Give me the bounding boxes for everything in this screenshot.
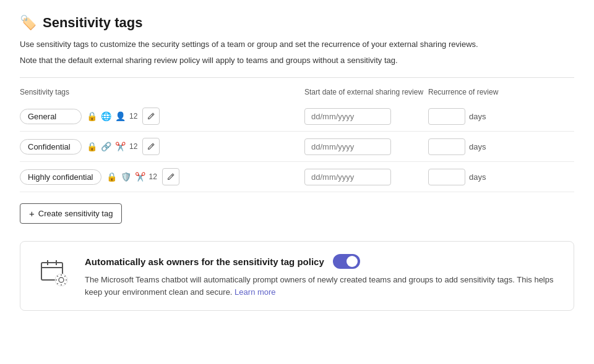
date-input-confidential[interactable] [304, 138, 391, 155]
auto-ask-card: Automatically ask owners for the sensiti… [20, 241, 574, 311]
description-1: Use sensitivity tags to customize the se… [20, 38, 574, 51]
svg-line-11 [64, 283, 65, 284]
tag-pill-general: General [20, 109, 82, 124]
description-2: Note that the default external sharing r… [20, 54, 574, 67]
date-col-confidential [304, 138, 428, 155]
tag-pill-confidential: Confidential [20, 139, 82, 154]
tag-left-general: General 🔒 🌐 👤 12 [20, 108, 304, 125]
tag-left-highly-confidential: Highly confidential 🔒 🛡️ ✂️ 12 [20, 168, 304, 185]
page-header: 🏷️ Sensitivity tags [20, 15, 574, 31]
days-label-confidential: days [469, 142, 486, 151]
svg-line-12 [64, 276, 65, 276]
lock-icon: 🔒 [87, 142, 97, 151]
date-input-highly-confidential[interactable] [304, 169, 391, 185]
recurrence-col-highly-confidential: 90 days [428, 169, 527, 185]
tag-icons-general: 🔒 🌐 👤 12 [87, 111, 137, 121]
card-content: Automatically ask owners for the sensiti… [85, 254, 559, 298]
page-title: Sensitivity tags [43, 15, 142, 31]
days-label-general: days [469, 112, 486, 121]
edit-button-highly-confidential[interactable] [162, 168, 179, 185]
edit-icon [147, 112, 155, 121]
tag-left-confidential: Confidential 🔒 🔗 ✂️ 12 [20, 138, 304, 155]
recurrence-input-highly-confidential[interactable]: 90 [428, 169, 465, 185]
learn-more-link[interactable]: Learn more [235, 287, 275, 297]
tag-name-general: General [28, 112, 56, 121]
tag-row: Highly confidential 🔒 🛡️ ✂️ 12 90 days [20, 162, 574, 192]
edit-button-confidential[interactable] [142, 138, 160, 155]
lock-icon: 🔒 [106, 172, 117, 182]
tag-name-confidential: Confidential [28, 142, 71, 151]
globe-icon: 🌐 [101, 111, 111, 121]
lock-icon: 🔒 [87, 111, 97, 121]
card-title-row: Automatically ask owners for the sensiti… [85, 254, 559, 269]
tag-pill-highly-confidential: Highly confidential [20, 169, 101, 185]
tag-row: Confidential 🔒 🔗 ✂️ 12 90 days [20, 132, 574, 162]
cut-icon: ✂️ [135, 172, 145, 182]
plus-icon: + [29, 208, 35, 219]
auto-ask-toggle[interactable] [333, 254, 360, 269]
date-col-highly-confidential [304, 169, 428, 185]
col-tag-header: Sensitivity tags [20, 88, 304, 96]
svg-line-13 [57, 283, 58, 284]
create-sensitivity-tag-button[interactable]: + Create sensitivity tag [20, 203, 122, 224]
tag-count-highly-confidential: 12 [149, 172, 157, 181]
tag-icons-confidential: 🔒 🔗 ✂️ 12 [87, 142, 137, 151]
recurrence-col-confidential: 90 days [428, 138, 527, 155]
shield-icon: 🛡️ [121, 172, 131, 182]
edit-icon [147, 142, 155, 151]
recurrence-col-general: 90 days [428, 108, 527, 125]
tag-name-highly-confidential: Highly confidential [28, 172, 93, 182]
days-label-highly-confidential: days [469, 172, 486, 182]
divider [20, 77, 574, 78]
svg-line-10 [57, 276, 58, 276]
person-icon: 👤 [115, 111, 126, 121]
sensitivity-tags-icon: 🏷️ [20, 15, 37, 31]
col-date-header: Start date of external sharing review [304, 88, 428, 96]
card-icon-area [35, 254, 72, 291]
recurrence-input-general[interactable]: 90 [428, 108, 465, 125]
date-input-general[interactable] [304, 108, 391, 125]
table-header: Sensitivity tags Start date of external … [20, 88, 574, 101]
tag-row: General 🔒 🌐 👤 12 90 days [20, 101, 574, 132]
card-title: Automatically ask owners for the sensiti… [85, 256, 324, 267]
scissors-icon: ✂️ [115, 142, 126, 151]
network-icon: 🔗 [101, 142, 111, 151]
col-recurrence-header: Recurrence of review [428, 88, 527, 96]
date-col-general [304, 108, 428, 125]
toggle-slider [333, 254, 360, 269]
tag-count-general: 12 [129, 112, 137, 121]
edit-icon [166, 172, 175, 181]
edit-button-general[interactable] [142, 108, 160, 125]
card-desc-text: The Microsoft Teams chatbot will automat… [85, 275, 554, 297]
tag-count-confidential: 12 [129, 142, 137, 151]
card-description: The Microsoft Teams chatbot will automat… [85, 274, 559, 298]
calendar-settings-icon [38, 256, 70, 289]
create-btn-label: Create sensitivity tag [38, 209, 113, 218]
recurrence-input-confidential[interactable]: 90 [428, 138, 465, 155]
tag-icons-highly-confidential: 🔒 🛡️ ✂️ 12 [106, 172, 157, 182]
